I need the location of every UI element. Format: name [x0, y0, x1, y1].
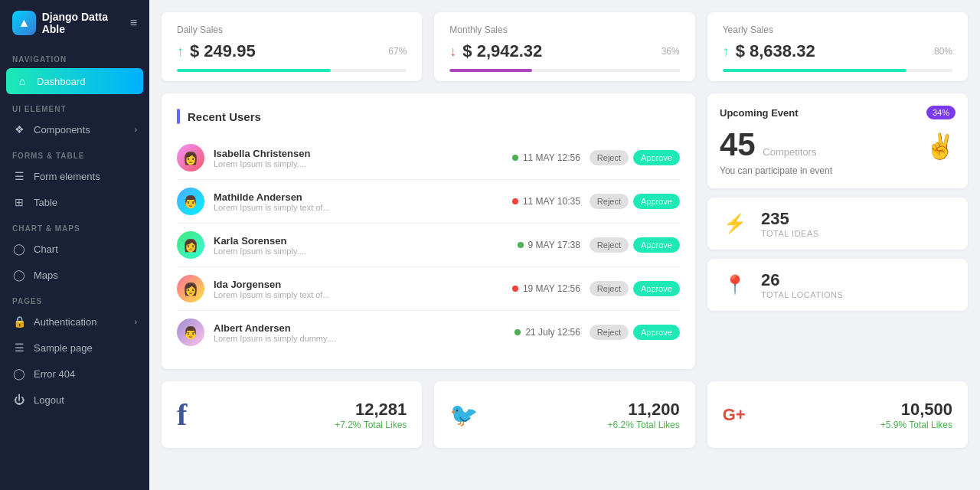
user-desc: Lorem Ipsum is simply text of... [214, 290, 503, 299]
logo-icon: ▲ [12, 11, 36, 35]
nav-section-label: Chart & Maps [0, 215, 149, 236]
lock-icon: 🔒 [12, 315, 26, 328]
sidebar-app-name: Django Datta Able [42, 11, 130, 35]
avatar: 👨 [177, 318, 204, 346]
maps-icon: ◯ [12, 269, 26, 281]
peace-icon: ✌️ [925, 132, 956, 161]
sidebar-header: ▲ Django Datta Able ≡ [0, 0, 149, 46]
bottom-section: Recent Users 👩 Isabella Christensen Lore… [162, 93, 968, 369]
user-date: 11 MAY 12:56 [523, 152, 580, 163]
sidebar-item-label: Logout [34, 394, 64, 406]
total-locations-number: 26 [761, 270, 843, 290]
sidebar-item-authentication[interactable]: 🔒 Authentication › [0, 309, 149, 335]
nav-section-forms-table: Forms & Table ☰ Form elements ⊞ Table [0, 142, 149, 215]
home-icon: ⌂ [15, 75, 29, 87]
daily-sales-progress-bar [177, 69, 331, 72]
twitter-card: 🐦 11,200 +6.2% Total Likes [434, 381, 694, 448]
yearly-sales-progress-track [723, 69, 952, 72]
table-row: 👩 Karla Sorensen Lorem Ipsum is simply..… [177, 224, 680, 267]
sidebar-item-label: Dashboard [37, 76, 86, 87]
status-dot [512, 155, 518, 161]
sidebar-item-sample-page[interactable]: ☰ Sample page [0, 335, 149, 361]
table-row: 👩 Ida Jorgensen Lorem Ipsum is simply te… [177, 267, 680, 311]
stat-cards-row: Daily Sales ↑ $ 249.95 67% Monthly Sales… [162, 12, 968, 81]
sidebar-item-label: Error 404 [34, 368, 75, 380]
nav-section-label: Pages [0, 288, 149, 309]
upcoming-event-sub: You can participate in event [720, 165, 956, 176]
reject-button[interactable]: Reject [590, 281, 629, 296]
avatar: 👩 [177, 144, 204, 172]
recent-users-header: Recent Users [177, 109, 680, 124]
approve-button[interactable]: Approve [633, 325, 680, 340]
right-panel: Upcoming Event 34% 45 Competitors ✌️ You… [707, 93, 968, 369]
user-list: 👩 Isabella Christensen Lorem Ipsum is si… [177, 136, 680, 354]
daily-sales-title: Daily Sales [177, 24, 407, 35]
approve-button[interactable]: Approve [633, 237, 680, 253]
recent-users-card: Recent Users 👩 Isabella Christensen Lore… [162, 93, 695, 369]
sidebar-item-label: Form elements [34, 171, 100, 182]
twitter-change: +6.2% Total Likes [607, 420, 679, 430]
sidebar-item-label: Components [34, 124, 90, 136]
components-icon: ❖ [12, 123, 26, 136]
sidebar-item-maps[interactable]: ◯ Maps [0, 262, 149, 288]
reject-button[interactable]: Reject [590, 325, 629, 340]
recent-users-title: Recent Users [188, 110, 261, 123]
sidebar-item-components[interactable]: ❖ Components › [0, 116, 149, 142]
yearly-sales-percent: 80% [934, 46, 952, 57]
googleplus-icon: G+ [723, 405, 746, 425]
status-dot [512, 286, 518, 292]
sidebar-item-label: Table [34, 197, 57, 208]
nav-section-pages: Pages 🔒 Authentication › ☰ Sample page ◯… [0, 288, 149, 413]
reject-button[interactable]: Reject [590, 237, 629, 253]
daily-sales-card: Daily Sales ↑ $ 249.95 67% [162, 12, 422, 81]
facebook-icon: f [177, 397, 187, 433]
approve-button[interactable]: Approve [633, 281, 680, 296]
upcoming-event-number: 45 [720, 126, 756, 162]
nav-section-chart-maps: Chart & Maps ◯ Chart ◯ Maps [0, 215, 149, 288]
table-row: 👨 Mathilde Andersen Lorem Ipsum is simpl… [177, 180, 680, 224]
sidebar-item-form-elements[interactable]: ☰ Form elements [0, 163, 149, 189]
sidebar-item-label: Sample page [34, 342, 93, 354]
googleplus-card: G+ 10,500 +5.9% Total Likes [707, 381, 968, 448]
reject-button[interactable]: Reject [590, 194, 629, 209]
yearly-sales-card: Yearly Sales ↑ $ 8,638.32 80% [707, 12, 968, 81]
total-locations-label: TOTAL LOCATIONS [761, 290, 843, 299]
sidebar-item-dashboard[interactable]: ⌂ Dashboard [6, 68, 143, 94]
form-icon: ☰ [12, 170, 26, 182]
sidebar-item-table[interactable]: ⊞ Table [0, 189, 149, 215]
user-desc: Lorem Ipsum is simply.... [214, 159, 503, 168]
yearly-sales-progress-bar [723, 69, 906, 72]
user-name: Karla Sorensen [214, 235, 508, 247]
table-row: 👩 Isabella Christensen Lorem Ipsum is si… [177, 136, 680, 180]
sidebar-item-error-404[interactable]: ◯ Error 404 [0, 361, 149, 387]
sidebar: ▲ Django Datta Able ≡ Navigation ⌂ Dashb… [0, 0, 149, 490]
approve-button[interactable]: Approve [633, 150, 680, 165]
lightning-icon: ⚡ [720, 208, 750, 239]
sidebar-item-label: Maps [34, 270, 58, 281]
facebook-change: +7.2% Total Likes [335, 420, 407, 430]
facebook-card: f 12,281 +7.2% Total Likes [162, 381, 422, 448]
up-arrow-icon: ↑ [177, 44, 184, 60]
user-desc: Lorem Ipsum is simply.... [214, 247, 508, 256]
nav-section-label: UI Element [0, 96, 149, 116]
logout-icon: ⏻ [12, 394, 26, 406]
daily-sales-percent: 67% [388, 46, 407, 57]
sidebar-item-chart[interactable]: ◯ Chart [0, 236, 149, 262]
sidebar-item-logout[interactable]: ⏻ Logout [0, 387, 149, 413]
reject-button[interactable]: Reject [590, 150, 629, 165]
error-icon: ◯ [12, 368, 26, 380]
monthly-sales-percent: 36% [662, 46, 680, 57]
total-ideas-label: TOTAL IDEAS [761, 229, 819, 238]
nav-section-ui-element: UI Element ❖ Components › [0, 96, 149, 142]
approve-button[interactable]: Approve [633, 194, 680, 209]
sidebar-toggle-button[interactable]: ≡ [130, 16, 137, 30]
upcoming-event-label: Competitors [763, 146, 816, 158]
upcoming-event-badge: 34% [926, 106, 956, 119]
user-name: Ida Jorgensen [214, 279, 503, 290]
chevron-right-icon: › [135, 126, 137, 134]
sidebar-item-label: Chart [34, 243, 58, 255]
user-desc: Lorem Ipsum is simply dummy.... [214, 334, 505, 343]
monthly-sales-progress-bar [449, 69, 532, 72]
avatar: 👨 [177, 188, 204, 215]
total-ideas-number: 235 [761, 209, 819, 229]
